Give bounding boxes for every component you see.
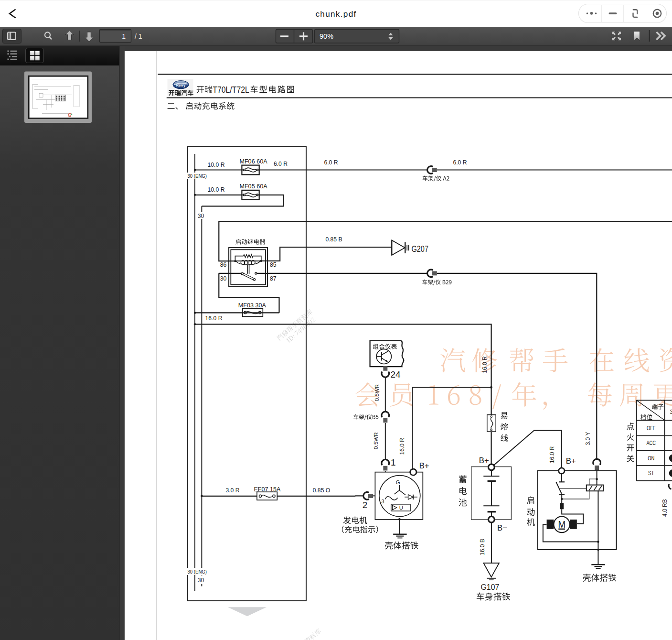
svg-text:EF07 15A: EF07 15A: [254, 486, 281, 493]
svg-text:30: 30: [198, 577, 204, 584]
svg-text:16.0 R: 16.0 R: [549, 446, 555, 463]
svg-text:ACC: ACC: [646, 440, 656, 446]
svg-text:B+: B+: [479, 456, 489, 465]
svg-text:G107: G107: [481, 583, 500, 591]
svg-text:ST: ST: [648, 470, 654, 477]
svg-text:U: U: [399, 505, 403, 510]
svg-text:3: 3: [670, 409, 672, 415]
svg-text:1: 1: [391, 457, 396, 467]
svg-text:3.0 Y: 3.0 Y: [585, 432, 591, 445]
svg-text:0.5WR: 0.5WR: [373, 384, 380, 401]
svg-text:87: 87: [270, 275, 277, 282]
svg-text:M: M: [558, 519, 565, 530]
svg-text:16.0 R: 16.0 R: [399, 438, 405, 455]
svg-text:chunk.pdf: chunk.pdf: [315, 9, 356, 19]
svg-text:30 (ENG): 30 (ENG): [188, 173, 207, 179]
svg-text:16.0 R: 16.0 R: [205, 315, 223, 322]
svg-text:4.0 RB: 4.0 RB: [661, 499, 668, 517]
svg-text:10.0 R: 10.0 R: [208, 162, 225, 168]
svg-text:2: 2: [363, 500, 368, 510]
svg-text:G: G: [396, 479, 400, 485]
svg-text:30: 30: [198, 213, 204, 219]
svg-text:10.0 R: 10.0 R: [208, 186, 225, 193]
svg-text:0.85 O: 0.85 O: [313, 487, 331, 494]
svg-text:G207: G207: [412, 244, 429, 254]
svg-text:3: 3: [381, 499, 384, 504]
svg-text:1: 1: [122, 33, 126, 40]
svg-text:MF06 60A: MF06 60A: [239, 158, 267, 165]
svg-text:16.0 R: 16.0 R: [481, 356, 488, 373]
svg-text:/ 1: / 1: [135, 33, 142, 40]
svg-text:6.0 R: 6.0 R: [453, 159, 467, 166]
svg-text:T70L/T72L: T70L/T72L: [213, 85, 249, 95]
svg-text:6.0 R: 6.0 R: [324, 159, 338, 166]
svg-text:0.5WR: 0.5WR: [373, 432, 379, 449]
svg-text:B+: B+: [566, 456, 576, 466]
svg-text:ON: ON: [648, 455, 654, 462]
svg-text:30: 30: [220, 275, 227, 282]
svg-text:6.0 R: 6.0 R: [274, 161, 288, 167]
svg-text:24: 24: [391, 369, 401, 380]
svg-text:90%: 90%: [320, 33, 333, 40]
svg-text:Kerry: Kerry: [176, 83, 186, 87]
svg-text:B−: B−: [497, 523, 507, 532]
svg-text:30 (ENG): 30 (ENG): [188, 568, 207, 575]
svg-text:86: 86: [220, 261, 227, 268]
svg-text:OFF: OFF: [647, 425, 656, 432]
svg-text:MF05 60A: MF05 60A: [239, 183, 267, 190]
svg-text:MF03 30A: MF03 30A: [238, 302, 267, 309]
svg-text:85: 85: [270, 261, 277, 268]
svg-text:3.0 R: 3.0 R: [225, 487, 239, 494]
svg-text:0.85 B: 0.85 B: [325, 236, 342, 243]
svg-text:B+: B+: [419, 461, 429, 470]
svg-text:16.0 B: 16.0 B: [479, 539, 486, 555]
